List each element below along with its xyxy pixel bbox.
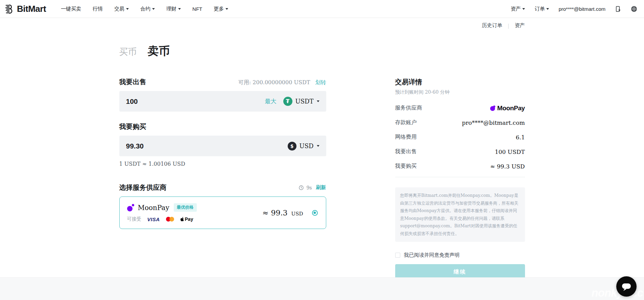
tether-icon: ₮ [283,97,292,106]
provider-card-moonpay[interactable]: MoonPay 最优价格 可接受 VISA Pay [119,197,326,229]
provider-price-currency: USD [291,211,303,217]
sell-amount-input[interactable] [126,97,265,106]
visa-icon: VISA [147,216,160,222]
chevron-down-icon [546,8,549,10]
details-divider [395,177,525,177]
buy-sell-tabs: 买币 卖币 [119,44,525,59]
chevron-down-icon [225,8,228,10]
top-navbar: BitMart 一键买卖 行情 交易 合约 理财 NFT 更多 资产 订单 pr… [0,0,644,18]
chevron-down-icon [522,8,525,10]
disclaimer-label: 我已阅读并同意免责声明 [404,252,460,258]
assets-link[interactable]: 资产 [515,22,525,29]
bitmart-logo-icon [5,4,15,14]
max-button[interactable]: 最大 [265,97,277,105]
sell-currency-selector[interactable]: ₮ USDT [283,97,319,106]
provider-section-title: 选择服务供应商 [119,183,167,192]
provider-price: ≈ 99.3 [262,209,287,217]
footer [0,277,644,300]
refresh-link[interactable]: 刷新 [316,184,326,191]
detail-row-provider: 服务供应商 MoonPay [395,104,525,112]
nav-item-assets[interactable]: 资产 [510,6,525,12]
nav-item-futures[interactable]: 合约 [140,6,155,12]
disclaimer-checkbox[interactable] [395,253,400,258]
tab-buy[interactable]: 买币 [119,46,137,58]
detail-row-buy: 我要购买 ≈ 99.3 USD [395,162,525,170]
usd-icon: $ [288,142,296,151]
main-nav: 一键买卖 行情 交易 合约 理财 NFT 更多 [61,6,228,12]
best-price-badge: 最优价格 [174,203,197,212]
nav-item-nft[interactable]: NFT [192,6,202,12]
nav-item-earn[interactable]: 理财 [166,6,181,12]
moonpay-icon [490,105,496,111]
language-globe-icon[interactable] [631,6,637,12]
subnav: 历史订单 | 资产 [0,18,644,29]
account-menu[interactable]: pro****@bitmart.com [558,6,605,12]
nav-item-orders[interactable]: 订单 [534,6,549,12]
detail-row-deposit-account: 存款账户 pro****@bitmart.com [395,119,525,126]
chevron-down-icon [317,100,319,102]
chevron-down-icon [317,145,319,147]
nav-item-markets[interactable]: 行情 [93,6,103,12]
arrival-time-hint: 预计到账时间 20-60 分钟 [395,89,525,95]
transfer-link[interactable]: 划转 [315,79,326,86]
accepts-label: 可接受 [127,216,141,222]
buy-section-title: 我要购买 [119,122,146,131]
chevron-down-icon [178,8,181,10]
brand-name: BitMart [17,4,46,14]
nav-item-more[interactable]: 更多 [214,6,228,12]
buy-currency-selector[interactable]: $ USD [288,142,319,151]
clock-icon [299,185,304,190]
buy-amount-box: $ USD [119,136,326,156]
chevron-down-icon [152,8,155,10]
chevron-down-icon [126,8,129,10]
sell-form: 我要出售 可用: 200.00000000 USDT 划转 最大 ₮ USDT … [119,77,326,280]
sell-section-title: 我要出售 [119,77,146,87]
bitmart-logo[interactable]: BitMart [5,4,46,14]
detail-row-network-fee: 网络费用 6.1 [395,133,525,141]
history-orders-link[interactable]: 历史订单 [482,22,502,29]
buy-amount-input[interactable] [126,142,288,150]
refresh-countdown: 9s [306,185,312,190]
subnav-divider: | [507,23,509,29]
app-download-icon[interactable] [615,6,621,12]
mastercard-icon [166,217,174,222]
chat-button[interactable] [616,276,637,297]
provider-radio-selected[interactable] [312,210,318,216]
transaction-details-panel: 交易详情 预计到账时间 20-60 分钟 服务供应商 MoonPay 存款账户 … [395,77,525,280]
disclaimer-text: 您即将离开Bitmart.com并前往Moonpay.com。Moonpay是由… [395,187,525,242]
detail-row-sell: 我要出售 100 USDT [395,148,525,156]
available-balance: 可用: 200.00000000 USDT 划转 [238,79,326,86]
sell-amount-box: 最大 ₮ USDT [119,91,326,112]
provider-name: MoonPay [138,204,169,212]
nav-item-trade[interactable]: 交易 [114,6,129,12]
moonpay-icon [127,204,135,211]
chat-bubble-icon [621,281,632,292]
details-title: 交易详情 [395,77,525,87]
main-content: 买币 卖币 我要出售 可用: 200.00000000 USDT 划转 最大 ₮… [119,44,525,280]
exchange-rate: 1 USDT ≈ 1.00106 USD [119,161,326,167]
nav-item-quick-trade[interactable]: 一键买卖 [61,6,81,12]
applepay-icon: Pay [180,216,193,222]
moonpay-logo: MoonPay [490,105,525,112]
tab-sell[interactable]: 卖币 [148,44,170,59]
